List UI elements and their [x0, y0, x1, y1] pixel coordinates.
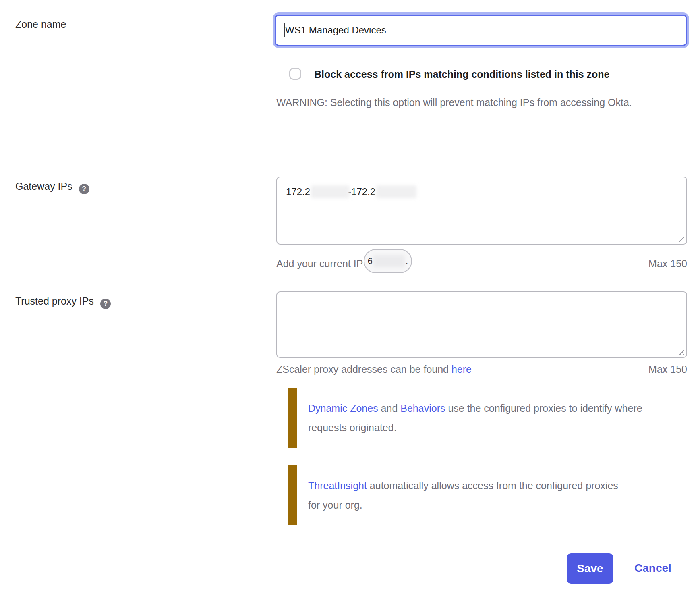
callout-text: ThreatInsight automatically allows acces…	[308, 465, 622, 525]
block-access-label: Block access from IPs matching condition…	[314, 69, 610, 80]
block-access-checkbox[interactable]	[289, 68, 301, 80]
current-ip-digit: 6	[368, 256, 373, 266]
callout-accent-bar	[288, 465, 297, 525]
help-icon[interactable]: ?	[100, 299, 111, 309]
current-ip-dot: .	[406, 256, 408, 266]
help-icon[interactable]: ?	[79, 184, 89, 194]
save-button[interactable]: Save	[567, 553, 613, 584]
trusted-proxy-label: Trusted proxy IPs	[15, 295, 94, 307]
block-access-warning: WARNING: Selecting this option will prev…	[276, 93, 639, 112]
trusted-proxy-field-label: Trusted proxy IPs?	[15, 295, 111, 309]
redacted-ip-2	[376, 185, 416, 198]
gateway-ip-text-1: 172.2	[286, 186, 310, 197]
section-divider	[15, 158, 687, 158]
zscaler-hint-text: ZScaler proxy addresses can be found	[276, 363, 449, 375]
info-callout-dynamic-zones: Dynamic Zones and Behaviors use the conf…	[288, 388, 642, 448]
trusted-proxy-textarea[interactable]	[276, 291, 687, 358]
gateway-ips-field-label: Gateway IPs?	[15, 181, 89, 194]
gateway-ips-value: 172.2 -172.2	[277, 177, 686, 206]
inline-link[interactable]: ThreatInsight	[308, 480, 367, 491]
callout-accent-bar	[288, 388, 297, 448]
callout-text: Dynamic Zones and Behaviors use the conf…	[308, 388, 642, 448]
zone-name-value: WS1 Managed Devices	[285, 25, 386, 36]
gateway-ips-textarea[interactable]: 172.2 -172.2	[276, 177, 687, 245]
info-callout-threatinsight: ThreatInsight automatically allows acces…	[288, 465, 622, 525]
resize-handle-icon[interactable]	[677, 348, 684, 355]
current-ip-button[interactable]: 6 .	[364, 249, 412, 273]
resize-handle-icon[interactable]	[677, 235, 684, 242]
note-text: and	[378, 403, 401, 414]
gateway-ip-text-2: -172.2	[348, 186, 375, 197]
redacted-ip-1	[311, 185, 350, 198]
gateway-max-label: Max 150	[648, 258, 687, 270]
text-cursor	[284, 23, 285, 37]
gateway-ips-label: Gateway IPs	[15, 181, 72, 192]
zone-name-input[interactable]: WS1 Managed Devices	[275, 15, 687, 46]
redacted-current-ip	[373, 255, 405, 267]
cancel-button[interactable]: Cancel	[634, 562, 671, 575]
zscaler-hint: ZScaler proxy addresses can be found her…	[276, 363, 472, 375]
inline-link[interactable]: Dynamic Zones	[308, 403, 378, 414]
network-zone-edit-form: Zone name WS1 Managed Devices Block acce…	[0, 0, 700, 594]
zone-name-label: Zone name	[15, 19, 66, 30]
trusted-proxy-max-label: Max 150	[648, 363, 687, 375]
inline-link[interactable]: Behaviors	[400, 403, 445, 414]
zscaler-here-link[interactable]: here	[451, 363, 472, 375]
